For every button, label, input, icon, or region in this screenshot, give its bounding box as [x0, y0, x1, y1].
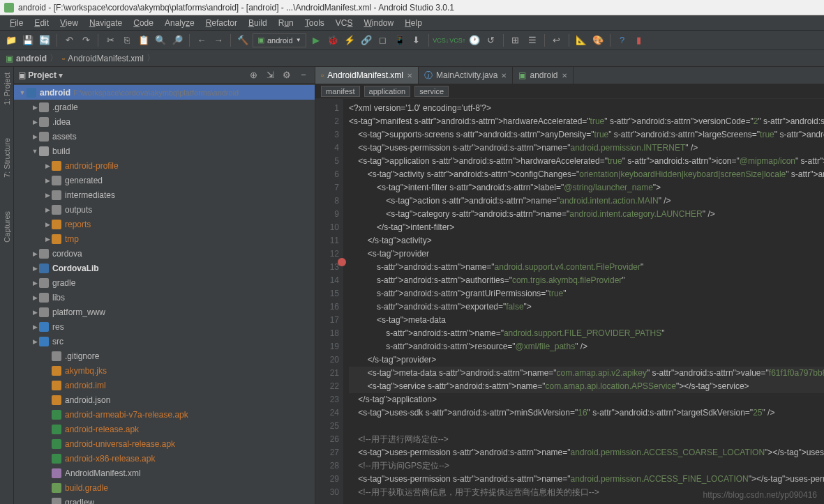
tab-captures[interactable]: Captures — [1, 208, 13, 245]
save-icon[interactable]: 💾 — [21, 33, 35, 47]
tree-file[interactable]: build.gradle — [14, 480, 315, 495]
tree-file[interactable]: .gitignore — [14, 349, 315, 363]
vcs-update-icon[interactable]: VCS↓ — [434, 33, 448, 47]
tree-folder[interactable]: ▶.gradle — [14, 100, 315, 114]
tree-folder-build[interactable]: ▼build — [14, 144, 315, 158]
menu-build[interactable]: Build — [243, 17, 273, 29]
tree-file[interactable]: gradlew — [14, 495, 315, 504]
attach-icon[interactable]: 🔗 — [359, 33, 373, 47]
tree-folder[interactable]: ▶reports — [14, 217, 315, 231]
gear-icon[interactable]: ⚙ — [280, 68, 294, 82]
app-icon — [4, 3, 14, 13]
back-icon[interactable]: ← — [195, 33, 209, 47]
tree-folder[interactable]: ▶intermediates — [14, 188, 315, 202]
tree-file[interactable]: android.json — [14, 392, 315, 407]
hide-icon[interactable]: − — [297, 68, 310, 82]
tree-folder[interactable]: ▶outputs — [14, 202, 315, 217]
debug-icon[interactable]: 🐞 — [326, 33, 340, 47]
tree-folder[interactable]: ▶android-profile — [14, 158, 315, 173]
breadcrumb-node[interactable]: manifest — [321, 86, 360, 97]
tree-file[interactable]: android.iml — [14, 378, 315, 392]
breadcrumb-node[interactable]: service — [414, 86, 449, 97]
menu-navigate[interactable]: Navigate — [84, 17, 128, 29]
tree-folder[interactable]: ▶gradle — [14, 275, 315, 290]
find-icon[interactable]: 🔍 — [153, 33, 167, 47]
menu-refactor[interactable]: Refactor — [200, 17, 243, 29]
code-lines[interactable]: <?xml version='1.0' encoding='utf-8'?><s… — [343, 99, 824, 504]
tree-folder[interactable]: ▶.idea — [14, 114, 315, 129]
tree-folder[interactable]: ▶generated — [14, 173, 315, 188]
menu-analyze[interactable]: Analyze — [159, 17, 200, 29]
make-icon[interactable]: 🔨 — [236, 33, 250, 47]
code-area[interactable]: 1234567891011121314151617181920212223242… — [315, 99, 824, 504]
undo-icon[interactable]: ↶ — [62, 33, 76, 47]
project-tree[interactable]: ▼androidF:\workspace\cordova\akymbq\plat… — [14, 84, 315, 504]
settings2-icon[interactable]: ☰ — [525, 33, 539, 47]
close-icon[interactable]: ✕ — [407, 72, 412, 79]
sync-icon[interactable]: 🔄 — [38, 33, 52, 47]
run-icon[interactable]: ▶ — [309, 33, 323, 47]
editor-tab[interactable]: ▣android✕ — [513, 67, 573, 84]
menu-vcs[interactable]: VCS — [330, 17, 359, 29]
run-config-dropdown[interactable]: ▣ android ▼ — [253, 33, 306, 47]
sdk-icon[interactable]: ⬇ — [410, 33, 424, 47]
theme-icon[interactable]: 🎨 — [591, 33, 605, 47]
layout-icon[interactable]: 📐 — [574, 33, 588, 47]
device-icon[interactable]: ▮ — [632, 33, 646, 47]
tree-file[interactable]: android-universal-release.apk — [14, 436, 315, 451]
close-icon[interactable]: ✕ — [562, 72, 567, 79]
forward-icon[interactable]: → — [211, 33, 225, 47]
tab-structure[interactable]: 7: Structure — [1, 135, 13, 181]
profile-icon[interactable]: ⚡ — [343, 33, 357, 47]
menu-help[interactable]: Help — [399, 17, 428, 29]
redo-icon[interactable]: ↷ — [79, 33, 93, 47]
tree-file[interactable]: android-armeabi-v7a-release.apk — [14, 407, 315, 422]
cut-icon[interactable]: ✂ — [103, 33, 117, 47]
tree-folder[interactable]: ▶libs — [14, 290, 315, 305]
tree-folder[interactable]: ▶tmp — [14, 231, 315, 246]
menu-file[interactable]: File — [4, 17, 29, 29]
tree-module[interactable]: ▶CordovaLib — [14, 261, 315, 275]
breadcrumb-node[interactable]: application — [364, 86, 411, 97]
tree-file[interactable]: akymbq.jks — [14, 363, 315, 378]
tree-file[interactable]: android-x86-release.apk — [14, 451, 315, 466]
history-icon[interactable]: 🕐 — [467, 33, 481, 47]
copy-icon[interactable]: ⎘ — [120, 33, 134, 47]
editor-breadcrumbs: manifest application service — [315, 84, 824, 99]
revert-icon[interactable]: ↺ — [484, 33, 498, 47]
tree-folder[interactable]: ▶assets — [14, 129, 315, 144]
menu-view[interactable]: View — [54, 17, 84, 29]
breadcrumb-root[interactable]: ▣android〉 — [6, 52, 58, 64]
navigation-bar: ▣android〉 ▫AndroidManifest.xml〉 — [0, 50, 824, 67]
menu-tools[interactable]: Tools — [299, 17, 330, 29]
close-icon[interactable]: ✕ — [501, 72, 507, 79]
menu-window[interactable]: Window — [358, 17, 399, 29]
project-view-dropdown[interactable]: ▣ Project ▾ — [18, 70, 63, 80]
tree-folder[interactable]: ▶cordova — [14, 246, 315, 261]
menu-code[interactable]: Code — [128, 17, 159, 29]
tree-file[interactable]: android-release.apk — [14, 422, 315, 436]
avd-icon[interactable]: 📱 — [393, 33, 407, 47]
tree-folder[interactable]: ▶res — [14, 319, 315, 334]
tree-folder[interactable]: ▶src — [14, 334, 315, 349]
structure-icon[interactable]: ⊞ — [509, 33, 523, 47]
replace-icon[interactable]: 🔎 — [170, 33, 184, 47]
scroll-from-source-icon[interactable]: ⊕ — [246, 68, 260, 82]
open-icon[interactable]: 📁 — [4, 33, 18, 47]
paste-icon[interactable]: 📋 — [137, 33, 151, 47]
toolbar: 📁 💾 🔄 ↶ ↷ ✂ ⎘ 📋 🔍 🔎 ← → 🔨 ▣ android ▼ ▶ … — [0, 31, 824, 50]
collapse-all-icon[interactable]: ⇲ — [263, 68, 277, 82]
tree-folder[interactable]: ▶platform_www — [14, 305, 315, 319]
tree-file-manifest[interactable]: AndroidManifest.xml — [14, 466, 315, 480]
tree-module[interactable]: ▼androidF:\workspace\cordova\akymbq\plat… — [14, 85, 315, 100]
breadcrumb-file[interactable]: ▫AndroidManifest.xml〉 — [62, 52, 155, 64]
menu-edit[interactable]: Edit — [29, 17, 54, 29]
editor-tab[interactable]: ▫AndroidManifest.xml✕ — [315, 67, 419, 84]
vcs-commit-icon[interactable]: VCS↑ — [451, 33, 465, 47]
tab-project[interactable]: 1: Project — [1, 70, 13, 107]
help-icon[interactable]: ? — [615, 33, 629, 47]
stop-icon[interactable]: ◻ — [376, 33, 390, 47]
editor-tab[interactable]: ⓙMainActivity.java✕ — [419, 67, 513, 84]
menu-run[interactable]: Run — [273, 17, 299, 29]
revert2-icon[interactable]: ↩ — [550, 33, 564, 47]
